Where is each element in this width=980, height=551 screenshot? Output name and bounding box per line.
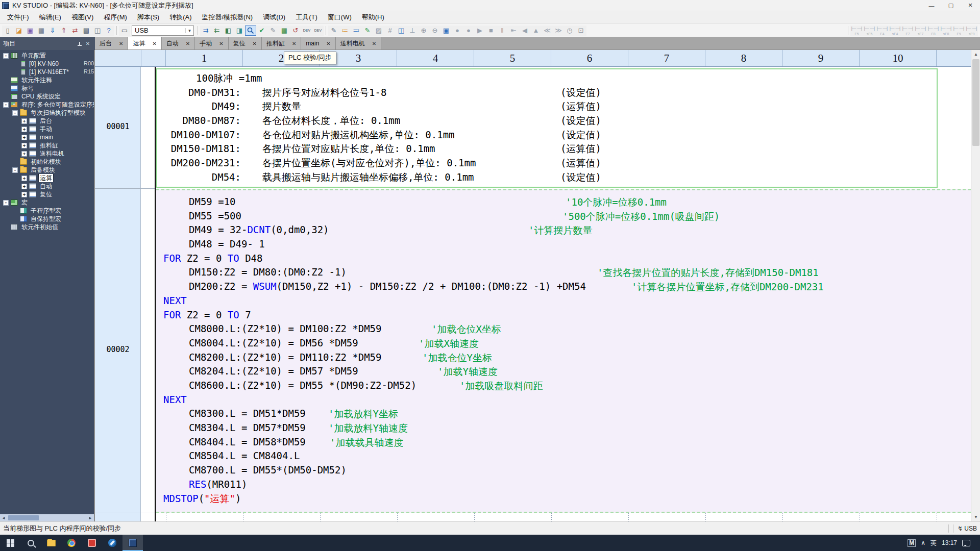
tree-item-子程序型宏[interactable]: 子程序型宏: [0, 207, 94, 215]
tab-close-icon[interactable]: ✕: [253, 41, 257, 46]
scroll-right-icon[interactable]: ►: [87, 516, 94, 520]
file-explorer-button[interactable]: [41, 535, 61, 551]
language-indicator[interactable]: 英: [930, 539, 937, 547]
tree-item-单元配置[interactable]: -单元配置: [0, 52, 94, 60]
menu-item-文件(F)[interactable]: 文件(F): [2, 13, 34, 22]
tree-item-后备模块[interactable]: -后备模块: [0, 166, 94, 174]
tray-expand-icon[interactable]: ∧: [921, 539, 925, 546]
menu-item-工具(T)[interactable]: 工具(T): [290, 13, 323, 22]
menu-item-视图(V)[interactable]: 视图(V): [66, 13, 99, 22]
scroll-left-icon[interactable]: ◄: [0, 516, 7, 520]
tray-m-icon[interactable]: M: [908, 539, 916, 547]
communication-setting-icon[interactable]: ▭: [119, 26, 130, 36]
minimize-button[interactable]: —: [922, 0, 941, 11]
open-project-icon[interactable]: ◪: [13, 26, 24, 36]
print-icon[interactable]: ▤: [81, 26, 92, 36]
tree-item-程序: 多仓位可随意设定序列摆放[interactable]: -程序: 多仓位可随意设定序列摆放: [0, 101, 94, 109]
ladder-nc-contact-icon[interactable]: ⊢⊣sF5: [863, 26, 876, 36]
tree-expander-icon[interactable]: +: [21, 176, 27, 181]
tree-expander-icon[interactable]: +: [21, 127, 27, 132]
menu-item-窗口(W)[interactable]: 窗口(W): [323, 13, 357, 22]
chrome-button[interactable]: [61, 535, 82, 551]
menu-item-编辑(E)[interactable]: 编辑(E): [34, 13, 66, 22]
pin-icon[interactable]: [76, 40, 84, 48]
scroll-track[interactable]: [7, 514, 87, 521]
tree-expander-icon[interactable]: -: [12, 110, 18, 116]
tree-expander-icon[interactable]: +: [21, 118, 27, 124]
tree-expander-icon[interactable]: +: [21, 135, 27, 140]
tree-expander-icon[interactable]: +: [21, 151, 27, 157]
tab-close-icon[interactable]: ✕: [219, 41, 223, 46]
device-monitor-icon[interactable]: DEV: [301, 26, 312, 36]
kv-studio-button[interactable]: [122, 535, 143, 551]
tree-item-[1] KV-N16ET*[interactable]: [1] KV-N16ET*R150: [0, 68, 94, 76]
new-project-icon[interactable]: ▯: [2, 26, 13, 36]
tree-item-复位[interactable]: +复位: [0, 190, 94, 198]
save-project-icon[interactable]: ▣: [24, 26, 36, 36]
save-as-icon[interactable]: ▦: [36, 26, 47, 36]
ladder-no-contact-icon[interactable]: ⊢⊣F5: [850, 26, 863, 36]
comment-list-icon[interactable]: ≔: [339, 26, 351, 36]
tab-main[interactable]: main✕: [301, 37, 335, 49]
ladder-view-icon[interactable]: #: [384, 26, 396, 36]
ladder-hline-icon[interactable]: ⊢⊣F7: [901, 26, 914, 36]
tree-item-CPU 系统设定[interactable]: CPU 系统设定: [0, 92, 94, 101]
close-button[interactable]: ✕: [961, 0, 980, 11]
program-check-icon[interactable]: ✔: [256, 26, 267, 36]
print-preview-icon[interactable]: ◫: [92, 26, 103, 36]
red-app-button[interactable]: [82, 535, 102, 551]
start-button[interactable]: [0, 535, 20, 551]
tree-horizontal-scrollbar[interactable]: ◄ ►: [0, 514, 94, 521]
editor-canvas[interactable]: 100脉冲 =1mmDM0-DM31:摆片序号对应材料仓位号1-8(设定值)DM…: [95, 67, 971, 521]
comment-block-00001[interactable]: 100脉冲 =1mmDM0-DM31:摆片序号对应材料仓位号1-8(设定值)DM…: [156, 68, 938, 188]
ladder-del-hline-icon[interactable]: ⊢⊣F8: [927, 26, 940, 36]
ladder-comment-icon[interactable]: ⊢⊣sF9: [965, 26, 978, 36]
compare-icon[interactable]: ⇄: [69, 26, 81, 36]
tree-item-软元件注释[interactable]: 软元件注释: [0, 76, 94, 84]
ladder-instruction-icon[interactable]: ⊢⊣F9: [952, 26, 965, 36]
tab-close-icon[interactable]: ✕: [372, 41, 376, 46]
tab-后台[interactable]: 后台✕: [95, 37, 128, 49]
jump-first-icon[interactable]: ≪: [542, 26, 553, 36]
menu-item-监控器/模拟器(N)[interactable]: 监控器/模拟器(N): [197, 13, 258, 22]
step-back-icon[interactable]: ⇤: [508, 26, 519, 36]
stop-icon[interactable]: ■: [485, 26, 497, 36]
ladder-vline-icon[interactable]: ⊢⊣sF7: [914, 26, 927, 36]
trend-chart-icon[interactable]: ▨: [373, 26, 384, 36]
action-center-icon[interactable]: [962, 540, 970, 546]
tree-item-运算[interactable]: +运算: [0, 174, 94, 182]
menu-item-帮助(H)[interactable]: 帮助(H): [357, 13, 389, 22]
script-edit-icon[interactable]: ✎: [362, 26, 373, 36]
run-icon[interactable]: ▶: [474, 26, 485, 36]
tab-close-icon[interactable]: ✕: [119, 41, 123, 46]
tab-送料电机[interactable]: 送料电机✕: [336, 37, 381, 49]
plc-verify-sync-icon[interactable]: [245, 26, 256, 36]
tree-item-每次扫描执行型模块[interactable]: -每次扫描执行型模块: [0, 109, 94, 117]
simulator-icon[interactable]: ◨: [234, 26, 245, 36]
tab-close-icon[interactable]: ✕: [186, 41, 190, 46]
tab-手动[interactable]: 手动✕: [195, 37, 228, 49]
tree-item-宏[interactable]: -宏: [0, 198, 94, 207]
tree-item-软元件初始值[interactable]: 软元件初始值: [0, 223, 94, 231]
option-icon[interactable]: ⊡: [575, 26, 586, 36]
tree-item-标号[interactable]: 标号: [0, 84, 94, 92]
time-chart-icon[interactable]: ◷: [564, 26, 575, 36]
clock[interactable]: 13:17: [942, 539, 957, 546]
menu-item-程序(M)[interactable]: 程序(M): [99, 13, 132, 22]
tree-item-初始化模块[interactable]: 初始化模块: [0, 158, 94, 166]
editor-mode-icon[interactable]: ✎: [267, 26, 279, 36]
help-icon[interactable]: ?: [103, 26, 114, 36]
menu-item-脚本(S)[interactable]: 脚本(S): [132, 13, 164, 22]
ladder-del-vline-icon[interactable]: ⊢⊣sF8: [940, 26, 952, 36]
record-all-icon[interactable]: ●: [463, 26, 474, 36]
tree-item-后台[interactable]: +后台: [0, 117, 94, 125]
scroll-up-icon[interactable]: ▲: [971, 50, 980, 59]
tab-运算[interactable]: 运算✕: [128, 37, 161, 49]
import-icon[interactable]: ⇓: [47, 26, 58, 36]
branch-icon[interactable]: ⊥: [407, 26, 418, 36]
tree-item-推料缸[interactable]: +推料缸: [0, 141, 94, 149]
tab-复位[interactable]: 复位✕: [229, 37, 262, 49]
tree-item-手动[interactable]: +手动: [0, 125, 94, 133]
browser-app-button[interactable]: [102, 535, 122, 551]
tree-expander-icon[interactable]: +: [21, 192, 27, 197]
